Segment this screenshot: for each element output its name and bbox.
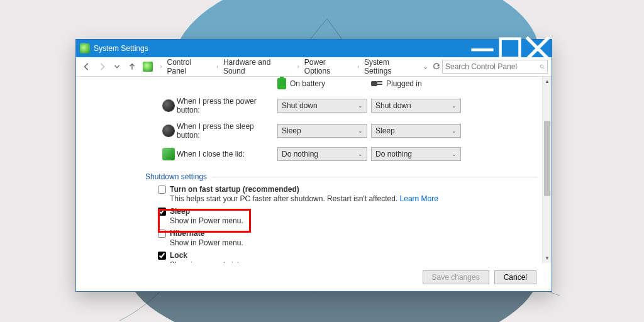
section-header: Shutdown settings [145,172,207,181]
breadcrumb-icon [143,62,153,72]
checkbox-sleep[interactable] [158,208,166,216]
nav-forward-button[interactable] [95,60,109,74]
row-label: When I press the power button: [177,97,277,114]
checkbox-fast-startup[interactable] [158,186,166,194]
option-label: Sleep [170,207,190,216]
window-title: System Settings [94,44,148,53]
nav-recent-button[interactable] [110,60,124,74]
window: System Settings › Control Panel › [75,39,552,292]
row-label: When I press the sleep button: [177,122,277,140]
scrollbar[interactable]: ▲ ▼ [542,77,552,263]
column-header-row: On battery Plugged in [160,78,538,89]
maximize-button[interactable] [496,40,524,57]
select-lid-plugged[interactable]: Do nothing⌄ [371,147,461,161]
section-divider [212,177,538,177]
sleep-icon [162,125,175,137]
titlebar[interactable]: System Settings [76,40,552,57]
close-button[interactable] [524,40,552,57]
breadcrumb[interactable]: › Control Panel › Hardware and Sound › P… [140,58,442,75]
scroll-thumb[interactable] [544,121,550,196]
power-icon [162,99,175,112]
column-header-plugged: Plugged in [386,79,422,88]
plug-icon [371,79,382,88]
breadcrumb-item[interactable]: System Settings [364,58,417,75]
option-desc: Show in Power menu. [170,238,538,247]
option-label: Turn on fast startup (recommended) [170,185,299,194]
breadcrumb-item[interactable]: Hardware and Sound [223,58,292,75]
checkbox-lock[interactable] [158,252,166,260]
minimize-button[interactable] [469,40,496,57]
select-power-battery[interactable]: Shut down⌄ [277,99,367,113]
select-power-plugged[interactable]: Shut down⌄ [371,99,461,113]
column-header-battery: On battery [290,79,325,88]
select-lid-battery[interactable]: Do nothing⌄ [277,147,367,161]
checkbox-hibernate[interactable] [158,230,166,238]
option-label: Hibernate [170,229,204,238]
breadcrumb-item[interactable]: Power Options [304,58,352,75]
lid-icon [162,148,175,160]
nav-back-button[interactable] [80,60,94,74]
app-icon [80,43,90,53]
search-icon [540,62,545,71]
svg-rect-5 [471,48,493,51]
nav-up-button[interactable] [125,60,139,74]
select-sleep-battery[interactable]: Sleep⌄ [277,124,367,138]
breadcrumb-item[interactable]: Control Panel [167,58,211,75]
row-label: When I close the lid: [177,150,277,158]
svg-rect-6 [501,39,520,58]
cancel-button[interactable]: Cancel [494,270,536,284]
learn-more-link[interactable]: Learn More [400,194,438,203]
search-input[interactable] [445,62,540,71]
breadcrumb-chevron-icon[interactable]: ⌄ [423,64,428,70]
footer: Save changes Cancel [76,263,552,291]
row-close-lid: When I close the lid: Do nothing⌄ Do not… [160,147,538,161]
scroll-up-icon[interactable]: ▲ [543,77,552,86]
option-desc: Show in Power menu. [170,216,538,225]
row-power-button: When I press the power button: Shut down… [160,97,538,114]
svg-point-7 [540,65,543,68]
save-button[interactable]: Save changes [423,270,489,284]
content-area: On battery Plugged in When I press the p… [76,77,552,263]
navbar: › Control Panel › Hardware and Sound › P… [76,57,552,77]
scroll-down-icon[interactable]: ▼ [543,253,552,263]
option-label: Lock [170,251,187,260]
battery-icon [277,78,286,89]
refresh-button[interactable] [431,61,442,72]
row-sleep-button: When I press the sleep button: Sleep⌄ Sl… [160,122,538,140]
select-sleep-plugged[interactable]: Sleep⌄ [371,124,461,138]
search-box[interactable] [442,60,548,74]
option-desc: This helps start your PC faster after sh… [170,194,400,203]
